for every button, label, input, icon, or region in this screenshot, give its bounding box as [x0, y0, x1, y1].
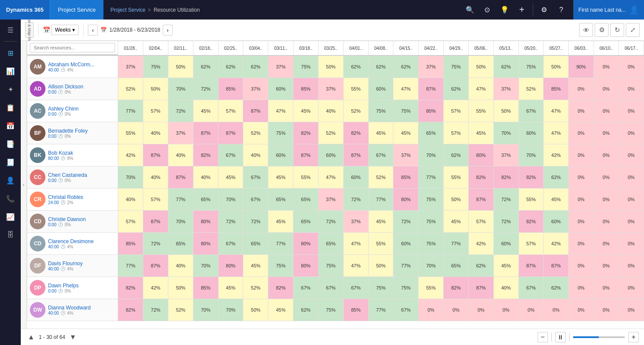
pct-cell[interactable]: 47%	[343, 233, 368, 255]
pct-cell[interactable]: 0%	[569, 78, 594, 100]
pct-cell[interactable]: 0%	[569, 299, 594, 321]
pct-cell[interactable]: 62%	[468, 255, 493, 277]
resource-cell-10[interactable]: DPDawn Phelps0:00 🕐 0%	[27, 277, 118, 299]
weeks-selector[interactable]: Weeks ▾	[51, 25, 79, 35]
expand-button[interactable]: ⤢	[626, 23, 640, 37]
pct-cell[interactable]: 50%	[168, 277, 193, 299]
search-input[interactable]	[30, 43, 115, 52]
resource-name[interactable]: Allison Dickson	[48, 84, 115, 90]
pct-cell[interactable]: 70%	[419, 144, 444, 166]
pct-cell[interactable]: 67%	[318, 277, 343, 299]
pct-cell[interactable]: 40%	[118, 189, 143, 211]
pct-cell[interactable]: 0%	[468, 299, 493, 321]
pct-cell[interactable]: 72%	[493, 189, 518, 211]
date-prev-button[interactable]: ‹	[88, 25, 97, 36]
pct-cell[interactable]: 70%	[193, 255, 218, 277]
pct-cell[interactable]: 77%	[268, 233, 293, 255]
pct-cell[interactable]: 50%	[444, 189, 469, 211]
pct-cell[interactable]: 50%	[318, 55, 343, 78]
pct-cell[interactable]: 80%	[419, 100, 444, 122]
pct-cell[interactable]: 55%	[368, 233, 393, 255]
pct-cell[interactable]: 77%	[393, 255, 419, 277]
pct-cell[interactable]: 55%	[293, 166, 319, 189]
resource-name[interactable]: Abraham McCorm...	[48, 62, 115, 68]
pct-cell[interactable]: 62%	[444, 78, 469, 100]
pct-cell[interactable]: 87%	[168, 166, 193, 189]
pct-cell[interactable]: 0%	[594, 166, 619, 189]
left-panel-toggle[interactable]: ›	[21, 41, 27, 329]
resource-name[interactable]: Ashley Chinn	[48, 106, 115, 112]
sidebar-invoices[interactable]: 🧾	[2, 153, 19, 171]
pct-cell[interactable]: 75%	[444, 55, 469, 78]
app-name-nav[interactable]: Project Service	[50, 0, 103, 20]
pct-cell[interactable]: 0%	[618, 233, 644, 255]
pct-cell[interactable]: 72%	[168, 100, 193, 122]
pct-cell[interactable]: 50%	[168, 55, 193, 78]
pct-cell[interactable]: 45%	[368, 122, 393, 144]
pct-cell[interactable]: 0%	[594, 122, 619, 144]
pct-cell[interactable]: 82%	[343, 122, 368, 144]
pct-cell[interactable]: 52%	[118, 78, 143, 100]
pct-cell[interactable]: 85%	[293, 78, 319, 100]
pct-cell[interactable]: 0%	[594, 144, 619, 166]
pct-cell[interactable]: 72%	[218, 211, 243, 233]
pct-cell[interactable]: 0%	[618, 166, 644, 189]
pct-cell[interactable]: 72%	[143, 299, 168, 321]
sidebar-projects[interactable]: ✦	[2, 81, 19, 98]
resource-name[interactable]: Clarence Desimone	[48, 238, 115, 244]
pct-cell[interactable]: 70%	[218, 299, 243, 321]
sidebar-tasks[interactable]: 📋	[2, 99, 19, 116]
pct-cell[interactable]: 70%	[118, 166, 143, 189]
pct-cell[interactable]: 50%	[493, 100, 518, 122]
resource-name[interactable]: Dawn Phelps	[48, 283, 115, 289]
resource-cell-0[interactable]: AMAbraham McCorm...40:00 🕐 4%	[27, 55, 118, 78]
sidebar-people[interactable]: 👤	[2, 172, 19, 189]
pct-cell[interactable]: 75%	[318, 255, 343, 277]
pct-cell[interactable]: 75%	[419, 233, 444, 255]
pct-cell[interactable]: 42%	[544, 233, 569, 255]
pct-cell[interactable]: 67%	[243, 166, 268, 189]
pct-cell[interactable]: 0%	[594, 299, 619, 321]
resource-name[interactable]: Bob Kozak	[48, 150, 115, 156]
pct-cell[interactable]: 85%	[193, 277, 218, 299]
pct-cell[interactable]: 57%	[444, 122, 469, 144]
pct-cell[interactable]: 42%	[118, 144, 143, 166]
pct-cell[interactable]: 60%	[493, 233, 518, 255]
pct-cell[interactable]: 45%	[218, 166, 243, 189]
pct-cell[interactable]: 0%	[594, 189, 619, 211]
pct-cell[interactable]: 62%	[544, 166, 569, 189]
pct-cell[interactable]: 45%	[193, 100, 218, 122]
pct-cell[interactable]: 0%	[618, 299, 644, 321]
pagination-prev-button[interactable]: ▲	[26, 332, 36, 342]
pct-cell[interactable]: 70%	[518, 144, 544, 166]
pct-cell[interactable]: 0%	[569, 233, 594, 255]
pct-cell[interactable]: 90%	[569, 55, 594, 78]
pct-cell[interactable]: 65%	[419, 122, 444, 144]
sidebar-data[interactable]: 🗄	[2, 226, 19, 244]
pct-cell[interactable]: 37%	[419, 55, 444, 78]
pct-cell[interactable]: 70%	[419, 255, 444, 277]
pct-cell[interactable]: 0%	[518, 299, 544, 321]
pct-cell[interactable]: 82%	[518, 166, 544, 189]
resource-cell-8[interactable]: CDClarence Desimone40:00 🕐 4%	[27, 233, 118, 255]
pct-cell[interactable]: 67%	[393, 299, 419, 321]
settings-nav-button[interactable]: ⚙	[536, 0, 552, 20]
pct-cell[interactable]: 0%	[569, 100, 594, 122]
pct-cell[interactable]: 65%	[293, 211, 319, 233]
pct-cell[interactable]: 45%	[218, 277, 243, 299]
pct-cell[interactable]: 0%	[618, 255, 644, 277]
pct-cell[interactable]: 57%	[218, 100, 243, 122]
pct-cell[interactable]: 60%	[268, 78, 293, 100]
sidebar-dashboard[interactable]: 📊	[2, 62, 19, 80]
pct-cell[interactable]: 80%	[193, 233, 218, 255]
resource-cell-5[interactable]: CCCheri Castaneda0:00 🕐 0%	[27, 166, 118, 189]
pct-cell[interactable]: 55%	[444, 166, 469, 189]
resource-cell-7[interactable]: CDChristie Dawson0:00 🕐 0%	[27, 211, 118, 233]
pct-cell[interactable]: 45%	[544, 189, 569, 211]
pct-cell[interactable]: 62%	[493, 55, 518, 78]
pct-cell[interactable]: 40%	[168, 255, 193, 277]
resource-name[interactable]: Dianna Woodward	[48, 305, 115, 311]
pct-cell[interactable]: 0%	[569, 189, 594, 211]
breadcrumb-app[interactable]: Project Service	[110, 7, 145, 13]
pct-cell[interactable]: 77%	[168, 189, 193, 211]
